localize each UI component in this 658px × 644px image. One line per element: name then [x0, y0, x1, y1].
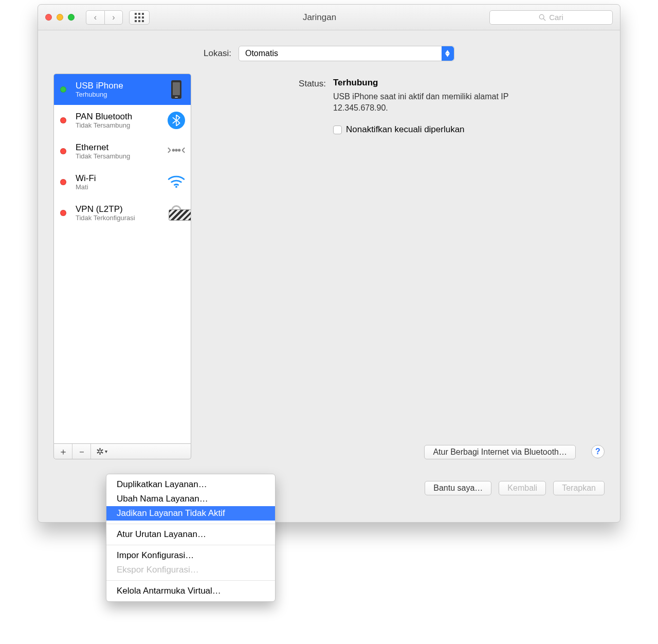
service-name: Wi-Fi: [76, 173, 159, 184]
service-item[interactable]: Wi-FiMati: [54, 167, 191, 198]
service-text: VPN (L2TP)Tidak Terkonfigurasi: [76, 204, 159, 222]
svg-rect-4: [138, 16, 140, 19]
service-item[interactable]: VPN (L2TP)Tidak Terkonfigurasi: [54, 198, 191, 228]
titlebar: ‹ › Jaringan Cari: [38, 5, 620, 30]
svg-point-11: [173, 149, 174, 151]
add-service-button[interactable]: ＋: [54, 444, 72, 459]
menu-separator: [106, 524, 275, 524]
window-title: Jaringan: [150, 12, 489, 23]
status-value: Terhubung: [333, 78, 378, 87]
status-dot-icon: [60, 179, 66, 185]
service-status: Tidak Tersambung: [76, 121, 159, 129]
traffic-lights: [45, 14, 75, 21]
minimize-window-button[interactable]: [57, 14, 63, 21]
service-actions-button[interactable]: ✲▾: [91, 444, 113, 459]
status-dot-icon: [60, 148, 66, 154]
search-placeholder: Cari: [549, 13, 563, 22]
svg-line-10: [543, 19, 545, 21]
bluetooth-icon: [168, 112, 185, 129]
service-type-icon: [167, 203, 186, 223]
chevron-right-icon: ›: [112, 13, 115, 22]
wifi-icon: [167, 174, 186, 190]
svg-rect-2: [142, 13, 144, 15]
grid-icon: [135, 13, 144, 22]
back-button[interactable]: ‹: [86, 10, 104, 25]
menu-separator: [106, 545, 275, 545]
forward-button[interactable]: ›: [104, 10, 123, 25]
svg-rect-8: [142, 20, 144, 22]
svg-rect-7: [138, 20, 140, 22]
menu-item[interactable]: Impor Konfigurasi…: [106, 548, 275, 563]
checkbox-icon: [333, 126, 342, 134]
service-name: USB iPhone: [76, 81, 159, 91]
menu-item[interactable]: Duplikatkan Layanan…: [106, 477, 275, 492]
menu-item: Ekspor Konfigurasi…: [106, 563, 275, 577]
service-status: Tidak Terkonfigurasi: [76, 214, 159, 222]
location-label: Lokasi:: [204, 48, 231, 59]
gear-icon: ✲: [96, 446, 104, 457]
service-status: Terhubung: [76, 91, 159, 98]
service-type-icon: [167, 79, 186, 100]
apply-button[interactable]: Terapkan: [553, 481, 605, 495]
remove-service-button[interactable]: －: [72, 444, 91, 459]
svg-point-14: [175, 186, 177, 188]
status-dot-icon: [60, 117, 66, 123]
svg-point-12: [175, 149, 177, 151]
service-text: EthernetTidak Tersambung: [76, 142, 159, 160]
chevron-down-icon: ▾: [105, 449, 107, 454]
service-item[interactable]: EthernetTidak Tersambung: [54, 136, 191, 167]
service-text: USB iPhoneTerhubung: [76, 81, 159, 99]
updown-arrows-icon: [442, 46, 454, 61]
status-label: Status:: [280, 78, 326, 135]
status-description: USB iPhone saat ini aktif dan memiliki a…: [333, 91, 549, 113]
service-name: VPN (L2TP): [76, 204, 159, 214]
location-row: Lokasi: Otomatis: [38, 30, 620, 74]
assist-me-button[interactable]: Bantu saya…: [425, 481, 491, 495]
service-type-icon: [167, 141, 186, 162]
nav-buttons: ‹ ›: [86, 10, 123, 25]
menu-item[interactable]: Jadikan Layanan Tidak Aktif: [106, 506, 275, 521]
service-name: Ethernet: [76, 142, 159, 153]
advanced-button[interactable]: Atur Berbagi Internet via Bluetooth…: [424, 445, 576, 459]
revert-button[interactable]: Kembali: [499, 481, 546, 495]
service-name: PAN Bluetooth: [76, 112, 159, 122]
status-dot-icon: [60, 86, 66, 93]
chevron-left-icon: ‹: [94, 13, 97, 22]
svg-point-9: [540, 14, 544, 19]
search-icon: [539, 14, 546, 21]
menu-item[interactable]: Ubah Nama Layanan…: [106, 492, 275, 506]
network-preferences-window: ‹ › Jaringan Cari Lokasi: Otomatis: [38, 4, 620, 523]
service-item[interactable]: USB iPhoneTerhubung: [54, 74, 191, 105]
service-text: Wi-FiMati: [76, 173, 159, 191]
plus-icon: ＋: [59, 445, 68, 458]
service-item[interactable]: PAN BluetoothTidak Tersambung: [54, 105, 191, 136]
menu-item[interactable]: Atur Urutan Layanan…: [106, 527, 275, 542]
service-status: Mati: [76, 183, 159, 191]
svg-rect-1: [138, 13, 140, 15]
service-panel: USB iPhoneTerhubungPAN BluetoothTidak Te…: [53, 74, 191, 459]
minus-icon: －: [77, 445, 86, 458]
svg-rect-5: [142, 16, 144, 19]
service-type-icon: [167, 172, 186, 192]
show-all-button[interactable]: [129, 10, 150, 25]
svg-rect-3: [135, 16, 137, 19]
location-value: Otomatis: [245, 49, 278, 58]
close-window-button[interactable]: [45, 14, 52, 21]
location-select[interactable]: Otomatis: [239, 46, 454, 61]
help-icon: ?: [595, 447, 600, 456]
iphone-icon: [171, 80, 181, 99]
svg-rect-0: [135, 13, 137, 15]
svg-rect-6: [135, 20, 137, 22]
service-status: Tidak Tersambung: [76, 152, 159, 160]
service-list: USB iPhoneTerhubungPAN BluetoothTidak Te…: [53, 74, 191, 444]
zoom-window-button[interactable]: [68, 14, 75, 21]
help-button[interactable]: ?: [591, 445, 605, 458]
search-field[interactable]: Cari: [489, 10, 613, 25]
detail-pane: Status: Terhubung USB iPhone saat ini ak…: [203, 74, 605, 459]
status-dot-icon: [60, 210, 66, 216]
service-actions-menu: Duplikatkan Layanan…Ubah Nama Layanan…Ja…: [106, 474, 276, 602]
disable-unless-needed-label: Nonaktifkan kecuali diperlukan: [346, 124, 465, 135]
service-toolbar: ＋ － ✲▾: [53, 444, 191, 459]
menu-item[interactable]: Kelola Antarmuka Virtual…: [106, 584, 275, 598]
disable-unless-needed-row[interactable]: Nonaktifkan kecuali diperlukan: [333, 124, 605, 135]
